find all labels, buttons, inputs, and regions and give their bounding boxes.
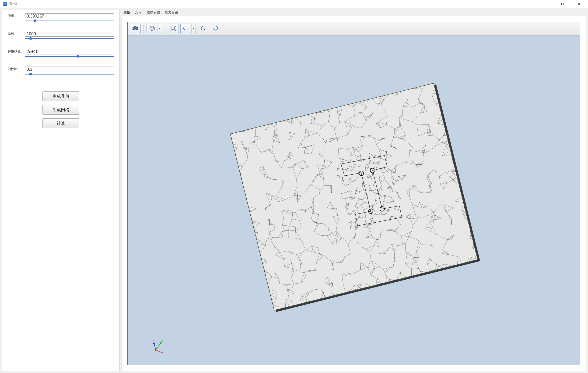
viewport-container: ▼ xyxy=(122,16,586,371)
main-layout: 面板 载荷 弹性模量 泊松比 xyxy=(0,8,588,373)
view-cube-button[interactable] xyxy=(147,24,158,34)
load-slider[interactable] xyxy=(25,37,114,40)
generate-mesh-button[interactable]: 生成网格 xyxy=(42,105,79,115)
viewport: ▼ xyxy=(127,22,580,365)
tab-geometry[interactable]: 几何 xyxy=(135,10,142,15)
rotate-ccw-icon xyxy=(200,25,206,32)
axes-button[interactable]: x y z xyxy=(181,24,191,34)
param-poisson: 泊松比 xyxy=(8,66,114,76)
compute-button[interactable]: 计算 xyxy=(42,118,79,128)
fit-icon xyxy=(170,25,176,32)
param-label: 泊松比 xyxy=(8,66,23,71)
toolbar-separator xyxy=(165,24,165,33)
rotate-cw-icon xyxy=(212,25,219,32)
svg-text:x: x xyxy=(188,28,189,30)
plate-input[interactable] xyxy=(25,13,114,19)
svg-marker-22 xyxy=(161,351,163,353)
axes-group: x y z ▼ xyxy=(180,24,196,34)
app-icon xyxy=(2,1,8,7)
svg-point-8 xyxy=(135,28,136,29)
svg-line-21 xyxy=(156,350,163,353)
screenshot-button[interactable] xyxy=(130,24,141,34)
param-load: 载荷 xyxy=(8,31,114,40)
svg-line-12 xyxy=(183,28,185,30)
tab-mesh[interactable]: 网格 xyxy=(123,10,130,15)
svg-line-24 xyxy=(156,342,162,350)
svg-rect-6 xyxy=(134,26,136,27)
svg-text:y: y xyxy=(162,339,164,342)
poisson-slider[interactable] xyxy=(25,73,114,76)
tab-stress[interactable]: 应力云图 xyxy=(165,10,178,15)
svg-point-30 xyxy=(155,349,156,351)
camera-icon xyxy=(132,26,139,32)
tab-displacement[interactable]: 位移云图 xyxy=(146,10,160,15)
window-title: Test xyxy=(9,1,18,7)
svg-line-27 xyxy=(154,342,156,350)
rotate-cw-button[interactable] xyxy=(210,24,221,34)
result-tabs: 网格 几何 位移云图 应力云图 xyxy=(122,10,586,16)
svg-text:y: y xyxy=(186,25,186,27)
view-cube-dropdown[interactable]: ▼ xyxy=(158,24,162,34)
svg-text:z: z xyxy=(183,26,184,28)
generate-geometry-button[interactable]: 生成几何 xyxy=(42,91,79,101)
fit-view-button[interactable] xyxy=(168,24,178,34)
orientation-triad: x y z xyxy=(149,337,167,356)
param-label: 载荷 xyxy=(8,31,23,36)
svg-text:z: z xyxy=(153,338,154,341)
axes-dropdown[interactable]: ▼ xyxy=(191,24,196,34)
svg-rect-9 xyxy=(172,27,175,30)
load-input[interactable] xyxy=(25,31,114,37)
plate-slider[interactable] xyxy=(25,19,114,22)
parameters-panel: 面板 载荷 弹性模量 泊松比 xyxy=(2,10,120,371)
svg-text:x: x xyxy=(163,352,165,355)
view-cube-group: ▼ xyxy=(147,24,162,34)
right-panel: 网格 几何 位移云图 应力云图 xyxy=(122,10,586,371)
mesh-plate xyxy=(230,83,478,311)
minimize-button[interactable] xyxy=(538,0,554,8)
svg-marker-25 xyxy=(160,342,162,344)
svg-rect-2 xyxy=(562,3,564,5)
param-label: 面板 xyxy=(8,13,23,18)
action-buttons: 生成几何 生成网格 计算 xyxy=(8,91,114,128)
axes-icon: x y z xyxy=(183,25,189,32)
poisson-input[interactable] xyxy=(25,66,114,72)
titlebar: Test xyxy=(0,0,588,8)
svg-marker-28 xyxy=(153,342,155,344)
modulus-input[interactable] xyxy=(25,49,114,55)
param-label: 弹性模量 xyxy=(8,49,23,54)
maximize-button[interactable] xyxy=(554,0,571,8)
param-plate: 面板 xyxy=(8,13,114,22)
param-modulus: 弹性模量 xyxy=(8,49,114,58)
viewport-toolbar: ▼ xyxy=(128,22,580,35)
modulus-slider[interactable] xyxy=(25,55,114,58)
render-canvas[interactable]: x y z xyxy=(128,35,580,365)
rotate-ccw-button[interactable] xyxy=(198,24,208,34)
cube-icon xyxy=(149,25,155,32)
close-button[interactable] xyxy=(571,0,587,8)
toolbar-separator xyxy=(144,24,144,33)
